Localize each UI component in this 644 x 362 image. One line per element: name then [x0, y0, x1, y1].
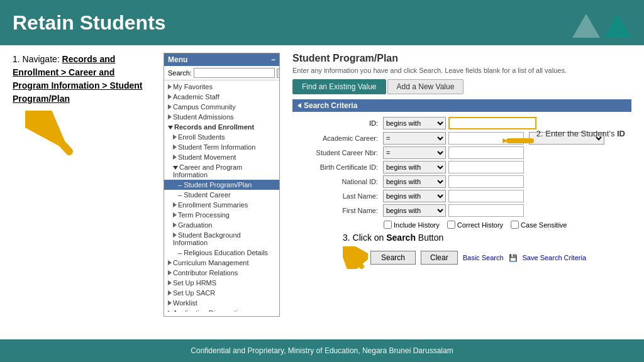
first-name-label: First Name: — [292, 207, 380, 214]
menu-items-list: My Favorites Academic Staff Campus Commu… — [164, 80, 279, 312]
birth-cert-input[interactable] — [448, 161, 524, 173]
case-sensitive-checkbox[interactable]: Case Sensitive — [511, 221, 567, 229]
sidebar-item-enroll-students[interactable]: Enroll Students — [164, 132, 279, 142]
national-id-row: National ID: begins with = — [292, 175, 631, 188]
step2-bold: ID — [617, 129, 625, 138]
include-history-checkbox[interactable]: Include History — [384, 221, 440, 229]
student-career-nbr-label: Student Career Nbr: — [292, 149, 380, 156]
footer-text: Confidential and Proprietary, Ministry o… — [191, 346, 453, 355]
page-title: Retain Students — [13, 11, 166, 35]
last-name-input[interactable] — [448, 190, 524, 202]
spp-title: Student Program/Plan — [292, 53, 631, 64]
basic-search-link[interactable]: Basic Search — [463, 254, 504, 261]
national-id-label: National ID: — [292, 178, 380, 185]
id-input[interactable] — [448, 117, 536, 129]
last-name-label: Last Name: — [292, 192, 380, 200]
triangle-icon-1 — [572, 14, 600, 38]
yellow-arrow-icon — [25, 111, 82, 161]
step3-bold: Search — [386, 233, 416, 243]
search-criteria-label: Search Criteria — [304, 101, 357, 110]
menu-header: Menu − — [164, 53, 279, 66]
triangle-icon-2 — [604, 14, 631, 38]
sidebar-item-enrollment-summaries[interactable]: Enrollment Summaries — [164, 200, 279, 210]
arrow-container — [13, 111, 151, 161]
menu-title: Menu — [168, 55, 187, 64]
sidebar-item-academic-staff[interactable]: Academic Staff — [164, 92, 279, 102]
collapse-icon — [297, 103, 301, 108]
first-name-input[interactable] — [448, 204, 524, 217]
id-field-row: ID: begins with = contains — [292, 117, 631, 129]
search-button[interactable]: Search — [370, 251, 416, 265]
sidebar-item-student-program-plan[interactable]: – Student Program/Plan — [164, 180, 279, 190]
page-header: Retain Students — [0, 0, 644, 45]
first-name-operator[interactable]: begins with = — [383, 204, 446, 217]
sidebar-item-graduation[interactable]: Graduation — [164, 220, 279, 230]
last-name-row: Last Name: begins with = — [292, 190, 631, 202]
sidebar-item-student-admissions[interactable]: Student Admissions — [164, 112, 279, 122]
tab-add-new[interactable]: Add a New Value — [387, 79, 464, 94]
tab-find-existing[interactable]: Find an Existing Value — [292, 79, 386, 94]
footer: Confidential and Proprietary, Ministry o… — [0, 339, 644, 362]
correct-history-label: Correct History — [457, 221, 503, 229]
case-sensitive-input[interactable] — [511, 221, 519, 229]
sidebar-item-favorites[interactable]: My Favorites — [164, 82, 279, 92]
id-label: ID: — [292, 119, 380, 127]
step2-text: 2. Enter the Student's ID — [536, 128, 625, 140]
step1-text: 1. Navigate: Records and Enrollment > Ca… — [13, 53, 151, 106]
sidebar-item-records-enrollment[interactable]: Records and Enrollment — [164, 122, 279, 132]
sidebar-item-campus-community[interactable]: Campus Community — [164, 102, 279, 112]
header-decoration — [572, 8, 631, 38]
step2-arrow-icon — [502, 128, 534, 153]
first-name-row: First Name: begins with = — [292, 204, 631, 217]
academic-career-label: Academic Career: — [292, 134, 380, 142]
include-history-label: Include History — [394, 221, 440, 229]
menu-search-row: Search: » — [164, 66, 279, 80]
step3-text: 3. Click on Search Button — [343, 233, 631, 243]
svg-line-3 — [348, 250, 362, 266]
national-id-operator[interactable]: begins with = — [383, 175, 446, 188]
sidebar-item-contributor[interactable]: Contributor Relations — [164, 268, 279, 278]
sidebar-item-setup-hrms[interactable]: Set Up HRMS — [164, 278, 279, 288]
sidebar-item-curriculum[interactable]: Curriculum Management — [164, 258, 279, 268]
correct-history-input[interactable] — [447, 221, 455, 229]
academic-career-operator[interactable]: = begins with — [383, 132, 446, 145]
sidebar-item-career-program[interactable]: Career and Program Information — [164, 162, 279, 180]
spp-description: Enter any information you have and click… — [292, 67, 631, 74]
sidebar-item-setup-sacr[interactable]: Set Up SACR — [164, 288, 279, 298]
sidebar-item-religious-education[interactable]: – Religious Education Details — [164, 248, 279, 258]
national-id-input[interactable] — [448, 175, 524, 188]
step3-arrow-icon — [343, 246, 368, 269]
search-criteria-header: Search Criteria — [292, 99, 631, 112]
last-name-operator[interactable]: begins with = — [383, 190, 446, 202]
save-search-criteria-link[interactable]: Save Search Criteria — [523, 254, 587, 261]
step1-prefix: 1. Navigate: — [13, 54, 62, 64]
tabs-row: Find an Existing Value Add a New Value — [292, 79, 631, 94]
step2-prefix: 2. Enter the Student's — [536, 129, 617, 138]
right-panel: Student Program/Plan Enter any informati… — [292, 53, 631, 332]
sidebar-item-student-movement[interactable]: Student Movement — [164, 152, 279, 162]
sidebar-item-student-career[interactable]: – Student Career — [164, 190, 279, 200]
sidebar-item-student-background[interactable]: Student Background Information — [164, 230, 279, 248]
correct-history-checkbox[interactable]: Correct History — [447, 221, 503, 229]
floppy-icon: 💾 — [509, 254, 518, 262]
student-career-nbr-operator[interactable]: = begins with — [383, 146, 446, 159]
menu-search-button[interactable]: » — [277, 69, 280, 78]
birth-cert-operator[interactable]: begins with = — [383, 161, 446, 173]
menu-panel: Menu − Search: » My Favorites Academic S… — [164, 53, 280, 317]
sidebar-item-student-term[interactable]: Student Term Information — [164, 142, 279, 152]
sidebar-item-worklist[interactable]: Worklist — [164, 298, 279, 308]
step3-prefix: 3. Click on — [343, 233, 386, 243]
clear-button[interactable]: Clear — [421, 251, 458, 265]
menu-search-label: Search: — [168, 69, 192, 77]
include-history-input[interactable] — [384, 221, 392, 229]
svg-line-1 — [38, 117, 69, 151]
id-operator-select[interactable]: begins with = contains — [383, 117, 446, 129]
step3-suffix: Button — [416, 233, 443, 243]
sidebar-item-term-processing[interactable]: Term Processing — [164, 210, 279, 220]
sidebar-item-app-diagnostics[interactable]: Application Diagnostics — [164, 308, 279, 312]
checkboxes-row: Include History Correct History Case Sen… — [384, 221, 631, 229]
menu-search-input[interactable] — [194, 68, 275, 78]
step2-annotation: 2. Enter the Student's ID — [502, 128, 625, 153]
birth-cert-row: Birth Certificate ID: begins with = — [292, 161, 631, 173]
menu-minimize-button[interactable]: − — [271, 55, 275, 64]
